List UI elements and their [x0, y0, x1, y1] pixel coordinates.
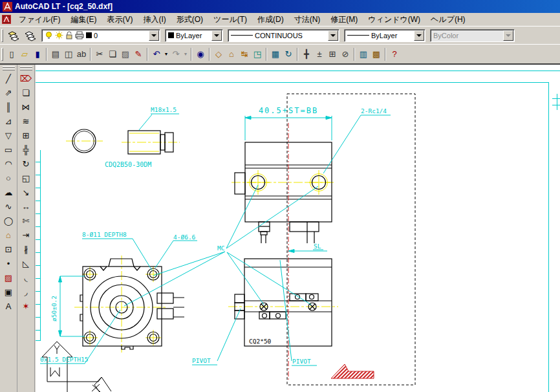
menu-item[interactable]: ウィンドウ(W): [363, 13, 425, 27]
distance-button[interactable]: ↹: [238, 47, 251, 61]
linetype-control-combo[interactable]: CONTINUOUS: [228, 29, 339, 42]
properties-button[interactable]: ▥: [357, 47, 370, 61]
cad-drawing[interactable]: M18x1.5 CDQ2B50-30DM 40.5+ST=BB 2-Rc1/4 …: [36, 65, 560, 392]
copy-object-button[interactable]: ◳: [251, 47, 264, 61]
menu-item[interactable]: ヘルプ(H): [425, 13, 471, 27]
palette-grip[interactable]: [20, 66, 32, 68]
undo-button[interactable]: ↶: [150, 47, 163, 61]
mirror-button[interactable]: ⋈: [18, 100, 34, 114]
lineweight-control-combo[interactable]: ByLayer: [344, 29, 425, 42]
document-system-icon[interactable]: [1, 14, 12, 25]
color-control-combo[interactable]: ByLayer: [165, 29, 223, 42]
line-button[interactable]: ╱: [1, 71, 17, 85]
help-button[interactable]: ?: [388, 47, 401, 61]
copy-button[interactable]: ❏: [18, 85, 34, 100]
rotate-view-button[interactable]: ↻: [282, 47, 295, 61]
point-button[interactable]: •: [1, 256, 17, 270]
copy-button[interactable]: ❏: [106, 47, 119, 61]
text-button[interactable]: A: [1, 299, 17, 313]
construction-line-button[interactable]: ⇗: [1, 85, 17, 100]
redo-dropdown-arrow[interactable]: ▼: [182, 47, 189, 61]
explode-button[interactable]: ✶: [18, 299, 34, 313]
polygon-button[interactable]: ▽: [1, 128, 17, 142]
erase-button[interactable]: ⌦: [18, 71, 34, 85]
palette-grip[interactable]: [3, 69, 15, 71]
break-button[interactable]: ∦: [18, 242, 34, 256]
undo-dropdown-arrow[interactable]: ▼: [163, 47, 169, 61]
make-block-button[interactable]: ⊡: [1, 242, 17, 256]
extend-icon: ⇥: [23, 230, 30, 240]
toolbar-grip[interactable]: [1, 29, 3, 42]
fillet-button[interactable]: ◟: [18, 270, 34, 285]
move-button[interactable]: ╬: [18, 142, 34, 157]
menu-item[interactable]: 挿入(I): [138, 13, 171, 27]
spelling-button[interactable]: ab: [75, 47, 88, 61]
multiline-button[interactable]: ║: [1, 100, 17, 114]
redo-icon: ↷: [173, 50, 180, 58]
lengthen-button[interactable]: ↔: [18, 199, 34, 213]
cut-button[interactable]: ✂: [93, 47, 106, 61]
scale-button[interactable]: ◱: [18, 171, 34, 185]
new-button[interactable]: ▯: [5, 47, 18, 61]
object-snap-button[interactable]: ◇: [212, 47, 225, 61]
menu-item[interactable]: 寸法(N): [289, 13, 326, 27]
named-views-button[interactable]: ▦: [269, 47, 282, 61]
menu-item[interactable]: 形式(O): [171, 13, 208, 27]
extend-button[interactable]: ⇥: [18, 228, 34, 242]
insert-block-button[interactable]: ⌂: [1, 228, 17, 242]
undo-icon: ↶: [153, 50, 160, 58]
menu-item[interactable]: 修正(M): [325, 13, 363, 27]
palette-grip[interactable]: [3, 66, 15, 68]
designcenter-button[interactable]: ▩: [370, 47, 383, 61]
menu-item[interactable]: 作成(D): [252, 13, 289, 27]
layer-previous-button[interactable]: [22, 28, 39, 43]
toolbar-grip[interactable]: [1, 48, 3, 61]
open-button[interactable]: ▱: [18, 47, 31, 61]
trim-button[interactable]: ✄: [18, 213, 34, 228]
print-button[interactable]: ▤: [49, 47, 62, 61]
ellipse-button[interactable]: ◯: [1, 213, 17, 228]
region-button[interactable]: ▣: [1, 285, 17, 299]
linetype-combo-dropdown-button[interactable]: [328, 30, 338, 41]
polyline-button[interactable]: ⊿: [1, 114, 17, 128]
model-space-canvas[interactable]: M18x1.5 CDQ2B50-30DM 40.5+ST=BB 2-Rc1/4 …: [36, 65, 560, 392]
section-arrow-red: [331, 364, 374, 378]
menu-item[interactable]: 編集(E): [65, 13, 102, 27]
zoom-window-button[interactable]: ⊞: [326, 47, 339, 61]
redo-button[interactable]: ↷: [169, 47, 182, 61]
rotate-button[interactable]: ↻: [18, 157, 34, 171]
circle-button[interactable]: ○: [1, 171, 17, 185]
revision-cloud-button[interactable]: ☁: [1, 185, 17, 199]
spline-button[interactable]: ∿: [1, 199, 17, 213]
menu-item[interactable]: ファイル(F): [14, 13, 65, 27]
layers-dialog-button[interactable]: [5, 28, 22, 43]
padlock-icon: [65, 31, 73, 39]
menu-item[interactable]: ツール(T): [208, 13, 252, 27]
rectangle-button[interactable]: ▭: [1, 142, 17, 157]
fillet-corner-button[interactable]: ◞: [18, 285, 34, 299]
stretch-button[interactable]: ↘: [18, 185, 34, 199]
layer-control-combo[interactable]: 0: [41, 29, 160, 42]
paste-button[interactable]: ▨: [119, 47, 132, 61]
array-button[interactable]: ⊞: [18, 128, 34, 142]
zoom-previous-button[interactable]: ⊘: [339, 47, 352, 61]
palette-grip[interactable]: [20, 69, 32, 71]
layer-combo-dropdown-button[interactable]: [149, 30, 159, 41]
hatch-button[interactable]: ▨: [1, 270, 17, 285]
title-bar[interactable]: AutoCAD LT - [cq2_50.dxf]: [0, 0, 560, 13]
print-preview-button[interactable]: ◫: [62, 47, 75, 61]
color-combo-dropdown-button[interactable]: [211, 30, 222, 41]
offset-button[interactable]: ≋: [18, 114, 34, 128]
lineweight-combo-dropdown-button[interactable]: [414, 30, 424, 41]
chamfer-button[interactable]: ◺: [18, 256, 34, 270]
match-properties-button[interactable]: ✎: [132, 47, 145, 61]
menu-item[interactable]: 表示(V): [102, 13, 138, 27]
arc-button[interactable]: ◠: [1, 157, 17, 171]
save-button[interactable]: ▮: [31, 47, 44, 61]
insert-block-button[interactable]: ⌂: [225, 47, 238, 61]
zoom-realtime-button[interactable]: ±: [313, 47, 326, 61]
toolbar-separator: [266, 48, 267, 61]
chamfer-icon: ◺: [23, 259, 29, 268]
hyperlink-button[interactable]: ◉: [194, 47, 207, 61]
pan-realtime-button[interactable]: ╋: [300, 47, 313, 61]
